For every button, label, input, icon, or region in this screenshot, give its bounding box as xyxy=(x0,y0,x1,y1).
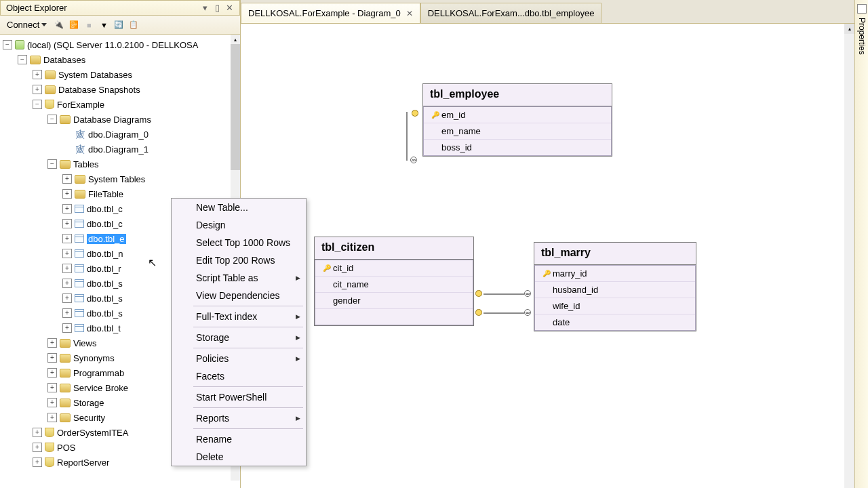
table-column-row[interactable]: 🔑cit_id xyxy=(315,260,473,277)
expander[interactable]: + xyxy=(62,293,72,303)
expander[interactable]: + xyxy=(62,249,72,258)
table-column-row[interactable] xyxy=(315,309,473,325)
snapshots-node[interactable]: Database Snapshots xyxy=(58,85,140,95)
ctx-script-table-as[interactable]: Script Table as xyxy=(172,269,306,287)
ordersys-node[interactable]: OrderSystemITEA xyxy=(57,428,128,438)
ctx-new-table[interactable]: New Table... xyxy=(172,199,306,216)
expander[interactable]: + xyxy=(62,234,72,243)
ctx-start-powershell[interactable]: Start PowerShell xyxy=(172,388,306,406)
diagram-table-citizen[interactable]: tbl_citizen 🔑cit_id cit_name gender xyxy=(314,237,474,326)
expander[interactable]: − xyxy=(47,115,57,124)
diag0-node[interactable]: dbo.Diagram_0 xyxy=(88,129,149,140)
expander[interactable]: + xyxy=(62,219,72,228)
expander[interactable]: + xyxy=(62,264,72,273)
table-column-row[interactable]: em_name xyxy=(424,123,611,140)
expander[interactable]: + xyxy=(62,308,72,318)
table-column-row[interactable]: date xyxy=(535,314,695,330)
tab-close-icon[interactable]: ✕ xyxy=(406,9,413,18)
expander[interactable]: + xyxy=(62,204,72,214)
storage-node[interactable]: Storage xyxy=(73,398,104,408)
expander[interactable]: − xyxy=(18,55,27,64)
expander[interactable]: + xyxy=(62,174,72,184)
ctx-design[interactable]: Design xyxy=(172,216,306,234)
diag1-node[interactable]: dbo.Diagram_1 xyxy=(88,144,149,155)
expander[interactable]: + xyxy=(47,368,57,378)
expander[interactable]: − xyxy=(33,100,42,109)
expander[interactable]: − xyxy=(3,40,12,49)
summary-icon[interactable]: 📋 xyxy=(128,20,139,30)
expander[interactable]: + xyxy=(33,428,42,437)
refresh-icon[interactable]: 🔄 xyxy=(113,20,124,30)
table-column-row[interactable]: 🔑marry_id xyxy=(535,266,695,282)
views-node[interactable]: Views xyxy=(73,338,96,348)
expander[interactable]: + xyxy=(62,323,72,333)
ctx-edit-top-200[interactable]: Edit Top 200 Rows xyxy=(172,251,306,269)
expander[interactable]: + xyxy=(47,398,57,407)
panel-dropdown-icon[interactable]: ▾ xyxy=(200,3,210,13)
tab-diagram-0[interactable]: DELLKOSAL.ForExample - Diagram_0 ✕ xyxy=(241,3,420,23)
table-node[interactable]: dbo.tbl_s xyxy=(87,279,123,289)
expander[interactable]: + xyxy=(33,85,42,94)
properties-panel-collapsed[interactable]: Properties xyxy=(854,0,868,488)
diagrams-node[interactable]: Database Diagrams xyxy=(73,115,151,125)
canvas-scrollbar[interactable]: ▴ xyxy=(844,24,854,488)
table-column-row[interactable]: boss_id xyxy=(424,140,611,155)
expander[interactable]: + xyxy=(47,413,57,422)
expander[interactable]: + xyxy=(47,353,57,363)
panel-close-icon[interactable]: ✕ xyxy=(224,3,234,13)
table-node[interactable]: dbo.tbl_s xyxy=(87,293,123,304)
security-node[interactable]: Security xyxy=(73,413,105,423)
forexample-node[interactable]: ForExample xyxy=(57,100,104,110)
servicebroker-node[interactable]: Service Broke xyxy=(73,383,128,393)
expander[interactable]: + xyxy=(33,443,42,452)
table-node[interactable]: dbo.tbl_n xyxy=(87,249,123,259)
programmability-node[interactable]: Programmab xyxy=(73,368,124,378)
table-node-selected[interactable]: dbo.tbl_e xyxy=(87,234,126,244)
table-node[interactable]: dbo.tbl_c xyxy=(87,204,123,214)
tree-scrollbar-thumb[interactable] xyxy=(231,35,240,170)
table-column-row[interactable]: gender xyxy=(315,293,473,309)
reportserver-node[interactable]: ReportServer xyxy=(57,458,109,468)
ctx-fulltext-index[interactable]: Full-Text index xyxy=(172,308,306,325)
stop-icon[interactable]: ■ xyxy=(83,20,94,30)
ctx-policies[interactable]: Policies xyxy=(172,350,306,367)
expander[interactable]: + xyxy=(62,189,72,199)
synonyms-node[interactable]: Synonyms xyxy=(73,353,115,363)
server-node[interactable]: (local) (SQL Server 11.0.2100 - DELLKOSA xyxy=(27,40,198,50)
diagram-canvas[interactable]: ▴ tbl_employee 🔑em_id em_name boss_id ∞ … xyxy=(241,23,854,488)
expander[interactable]: + xyxy=(62,279,72,288)
expander[interactable]: − xyxy=(47,159,57,169)
table-column-row[interactable]: husband_id xyxy=(535,282,695,298)
ctx-delete[interactable]: Delete xyxy=(172,448,306,466)
expander[interactable]: + xyxy=(33,70,42,79)
table-node[interactable]: dbo.tbl_t xyxy=(87,323,121,333)
diagram-table-employee[interactable]: tbl_employee 🔑em_id em_name boss_id xyxy=(422,83,612,157)
table-column-row[interactable]: cit_name xyxy=(315,277,473,293)
scroll-up-icon[interactable]: ▴ xyxy=(844,24,854,34)
expander[interactable]: + xyxy=(33,458,42,467)
table-node[interactable]: dbo.tbl_s xyxy=(87,308,123,319)
tree-scroll-up[interactable]: ▴ xyxy=(231,35,240,44)
sysdb-node[interactable]: System Databases xyxy=(58,70,132,80)
ctx-storage[interactable]: Storage xyxy=(172,329,306,346)
pos-node[interactable]: POS xyxy=(57,443,75,453)
diagram-table-marry[interactable]: tbl_marry 🔑marry_id husband_id wife_id d… xyxy=(534,242,696,331)
systables-node[interactable]: System Tables xyxy=(88,174,145,184)
tab-tbl-employee[interactable]: DELLKOSAL.ForExam...dbo.tbl_employee xyxy=(420,3,602,23)
table-column-row[interactable]: wife_id xyxy=(535,298,695,314)
expander[interactable]: + xyxy=(47,338,57,348)
filetables-node[interactable]: FileTable xyxy=(88,189,123,199)
ctx-rename[interactable]: Rename xyxy=(172,430,306,448)
ctx-reports[interactable]: Reports xyxy=(172,409,306,427)
filter-icon[interactable]: ▼ xyxy=(98,20,109,30)
table-node[interactable]: dbo.tbl_r xyxy=(87,264,121,274)
panel-pin-icon[interactable]: ▯ xyxy=(212,3,222,13)
ctx-facets[interactable]: Facets xyxy=(172,367,306,385)
connect-button[interactable]: Connect xyxy=(4,18,50,31)
disconnect-icon[interactable]: 📴 xyxy=(68,20,79,30)
table-column-row[interactable]: 🔑em_id xyxy=(424,107,611,123)
tables-node[interactable]: Tables xyxy=(73,159,99,169)
table-node[interactable]: dbo.tbl_c xyxy=(87,219,123,229)
databases-node[interactable]: Databases xyxy=(43,55,85,65)
ctx-view-dependencies[interactable]: View Dependencies xyxy=(172,287,306,304)
